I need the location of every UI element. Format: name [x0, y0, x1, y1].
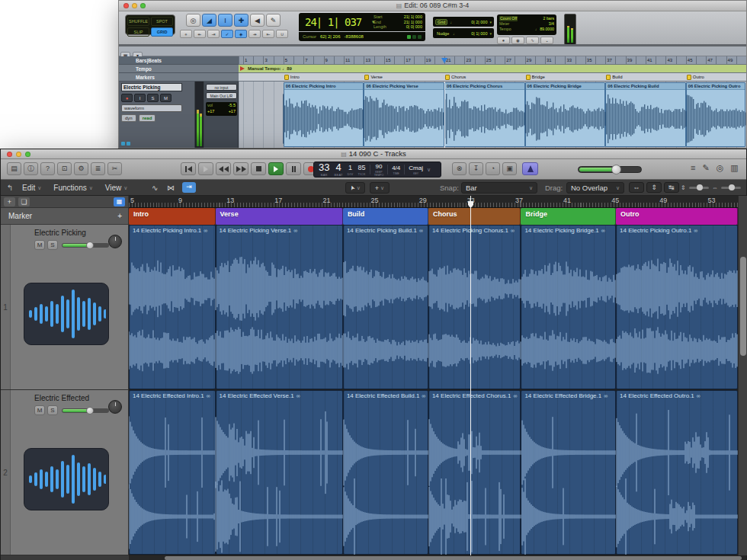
conductor-button[interactable]: ⌄ — [540, 37, 553, 44]
audio-region[interactable]: 06 Electric Picking Chorus — [444, 82, 525, 147]
link-timeline-selection-button[interactable]: ✓ — [221, 30, 233, 38]
audio-region[interactable]: 14 Electric Picking Build.1∞ — [343, 225, 428, 389]
playhead-marker[interactable] — [441, 58, 447, 63]
nudge-value[interactable]: 0| 1| 000 — [471, 31, 487, 36]
timeline-marker[interactable]: Intro — [284, 74, 300, 81]
pencil-tool[interactable]: ✎ — [266, 14, 281, 27]
snap-select[interactable]: Bar∨ — [461, 182, 537, 194]
menu-functions[interactable]: Functions∨ — [53, 180, 92, 196]
track-view-selector[interactable]: waveform — [121, 104, 182, 112]
track-volume-slider[interactable] — [62, 243, 109, 248]
editors-button[interactable]: ✂ — [107, 162, 122, 175]
markers-ruler[interactable]: IntroVerseChorusBridgeBuildOutro — [239, 73, 746, 82]
automation-follow-button[interactable]: ↠ — [248, 30, 261, 38]
input-selector[interactable]: no input — [206, 84, 237, 91]
edit-mode-spot-button[interactable]: SPOT — [151, 17, 173, 26]
solo-button[interactable]: S — [147, 94, 159, 102]
output-selector[interactable]: Main Out L/R — [206, 92, 237, 99]
zoom-toggle-button[interactable]: ⌖ — [180, 30, 192, 38]
menu-edit[interactable]: Edit∨ — [22, 180, 41, 196]
solo-button[interactable]: S — [47, 405, 58, 415]
zoom-slider-vertical[interactable] — [689, 187, 709, 189]
slider-knob[interactable] — [729, 184, 735, 190]
flex-icon[interactable]: ⋈ — [167, 180, 175, 196]
horizontal-scrollbar[interactable] — [1, 555, 746, 560]
list-editors-button[interactable]: ≡ — [691, 163, 695, 173]
zoom-vertical-button[interactable]: ⇕ — [646, 182, 662, 193]
timeline-marker[interactable]: Bridge — [526, 74, 545, 81]
record-arm-button[interactable]: ● — [121, 94, 133, 102]
inspector-button[interactable]: ⓘ — [24, 162, 38, 175]
nudge-label[interactable]: Nudge — [435, 31, 450, 36]
minimize-button[interactable] — [132, 3, 137, 8]
drag-select[interactable]: No Overlap∨ — [566, 182, 624, 194]
edit-mode-slip-button[interactable]: SLIP — [127, 27, 149, 37]
toolbar-button[interactable]: ⊡ — [57, 162, 72, 175]
slider-knob[interactable] — [697, 184, 703, 190]
solo-mode-button[interactable]: ▣ — [502, 162, 517, 175]
mute-button[interactable]: M — [34, 405, 45, 415]
audio-region[interactable]: 14 Electric Effected Intro.1∞ — [129, 390, 216, 555]
main-counter-value[interactable]: 24| 1| 037 — [305, 16, 361, 28]
bars-ruler[interactable]: 1357911131517192123252729313335373941434… — [239, 56, 746, 65]
go-to-beginning-button[interactable] — [181, 162, 196, 175]
menu-view[interactable]: View∨ — [105, 180, 128, 196]
volume-knob[interactable] — [86, 407, 94, 414]
audio-region[interactable]: 06 Electric Picking Intro — [284, 82, 364, 147]
library-button[interactable]: ▤ — [7, 162, 21, 175]
track-name[interactable]: Electric Picking — [121, 83, 182, 91]
dyn-button[interactable]: dyn — [121, 114, 136, 122]
lcd-bar[interactable]: 33BAR — [316, 163, 332, 177]
lcd-beat[interactable]: 4BEAT — [332, 163, 345, 177]
scrubber-tool[interactable]: ◀ — [250, 14, 264, 27]
scrollbar-thumb[interactable] — [740, 257, 746, 356]
playhead[interactable] — [470, 196, 471, 555]
nudge-row[interactable]: Nudge ♩ 0| 1| 000 ▾ — [433, 28, 494, 38]
solo-button[interactable]: S — [47, 240, 58, 250]
mute-button[interactable]: M — [34, 240, 45, 250]
note-pads-button[interactable]: ✎ — [702, 163, 709, 173]
stop-button[interactable] — [251, 162, 266, 175]
audio-region[interactable]: 14 Electric Effected Verse.1∞ — [216, 390, 343, 555]
lcd-display[interactable]: 33BAR4BEAT1DIV85TICK 90 KEEPTEMPO 4/4TIM… — [313, 162, 441, 178]
smart-controls-button[interactable]: ⚙ — [74, 162, 88, 175]
grabber-tool[interactable]: ✚ — [234, 14, 248, 27]
catch-playhead-button[interactable]: ⇥ — [182, 182, 196, 193]
zoom-fit-button[interactable]: ↹ — [664, 182, 679, 193]
timeline-marker[interactable]: Build — [606, 74, 622, 81]
arrangement-marker[interactable]: Build — [343, 208, 428, 225]
quick-help-button[interactable]: ? — [40, 162, 55, 175]
chevron-down-icon[interactable]: ▾ — [489, 20, 492, 24]
tab-to-transient-button[interactable]: ↞ — [194, 30, 206, 38]
add-marker-button[interactable]: + — [117, 208, 122, 225]
protools-titlebar[interactable]: ▤Edit: 06 089 C#m 3-4 — [119, 1, 746, 11]
add-track-button[interactable]: + — [4, 197, 15, 206]
edit-mode-shuffle-button[interactable]: SHUFFLE — [127, 17, 149, 26]
duplicate-track-button[interactable]: ❏ — [18, 197, 30, 206]
input-monitor-button[interactable]: I — [134, 94, 146, 102]
pan-left-value[interactable]: +17 — [207, 109, 214, 115]
link-track-selection-button[interactable]: ◈ — [235, 30, 247, 38]
marker-lane-header[interactable]: Marker + — [1, 208, 129, 225]
back-icon[interactable]: ↰ — [7, 180, 13, 196]
timeline-marker[interactable]: Chorus — [445, 74, 466, 81]
forward-button[interactable] — [233, 162, 248, 175]
command-click-tool-menu[interactable]: + ∨ — [370, 182, 390, 194]
track-sort-button[interactable]: ▦ — [114, 197, 125, 206]
insertion-follow-button[interactable]: ⇤ — [262, 30, 274, 38]
pan-knob[interactable] — [108, 235, 122, 248]
track-icon[interactable] — [24, 448, 109, 510]
vol-value[interactable]: -5.5 — [229, 103, 236, 109]
markers-ruler-label[interactable]: Markers — [119, 73, 239, 82]
pointer-tool-menu[interactable]: ➤ ∨ — [345, 182, 365, 194]
bar-ruler[interactable]: 591317212529333741454953 — [129, 196, 738, 208]
lcd-key[interactable]: CmajKEY — [406, 165, 425, 175]
mirror-midi-button[interactable]: ⇥ — [207, 30, 220, 38]
track-header[interactable]: 2Electric EffectedMS — [1, 390, 129, 555]
audio-region[interactable]: 14 Electric Picking Chorus.1∞ — [428, 225, 521, 389]
lcd-time-signature[interactable]: 4/4TIME — [390, 165, 402, 175]
volume-knob[interactable] — [86, 242, 94, 249]
automation-mode-button[interactable]: read — [139, 114, 156, 122]
rewind-button[interactable] — [216, 162, 231, 175]
audio-region[interactable]: 14 Electric Picking Verse.1∞ — [216, 225, 343, 389]
